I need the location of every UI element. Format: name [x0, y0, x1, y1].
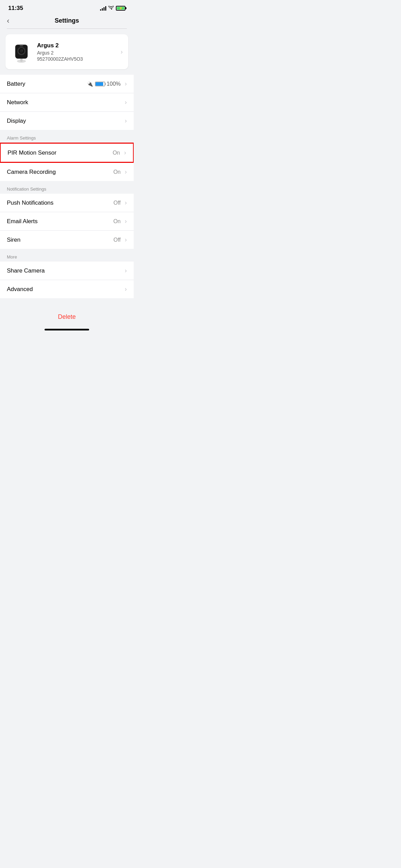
bottom-bar: Delete [0, 309, 134, 341]
more-section: More Share Camera › Advanced › [0, 254, 134, 298]
advanced-chevron-icon: › [125, 286, 127, 293]
notification-settings-label: Notification Settings [0, 186, 134, 194]
basic-settings-group: Battery 🔌 100% › Network › Display [0, 75, 134, 130]
email-alerts-value: On [113, 218, 121, 225]
camera-recording-value: On [113, 169, 121, 175]
more-settings-group: Share Camera › Advanced › [0, 262, 134, 298]
status-bar: 11:35 ⚡ [0, 0, 134, 14]
status-time: 11:35 [8, 5, 23, 12]
siren-label: Siren [7, 237, 21, 243]
advanced-row[interactable]: Advanced › [0, 280, 134, 298]
device-card[interactable]: Argus 2 Argus 2 952700002ZAHV5O3 › [5, 34, 128, 69]
svg-rect-7 [20, 45, 23, 46]
battery-row[interactable]: Battery 🔌 100% › [0, 75, 134, 93]
notification-settings-group: Push Notifications Off › Email Alerts On… [0, 194, 134, 249]
pir-label: PIR Motion Sensor [8, 149, 57, 156]
network-chevron-icon: › [125, 99, 127, 106]
alarm-settings-section: Alarm Settings PIR Motion Sensor On › Ca… [0, 135, 134, 181]
siren-value: Off [113, 237, 121, 243]
advanced-right: › [122, 286, 127, 293]
share-camera-row[interactable]: Share Camera › [0, 262, 134, 280]
email-alerts-label: Email Alerts [7, 218, 38, 225]
alarm-settings-label: Alarm Settings [0, 135, 134, 143]
basic-settings-section: Battery 🔌 100% › Network › Display [0, 75, 134, 130]
push-notifications-chevron-icon: › [125, 199, 127, 206]
device-chevron-icon: › [121, 48, 123, 56]
svg-point-5 [19, 49, 23, 53]
device-serial: 952700002ZAHV5O3 [37, 56, 118, 62]
battery-percent: 100% [107, 81, 121, 87]
display-row[interactable]: Display › [0, 112, 134, 130]
siren-right: Off › [113, 236, 127, 243]
more-label: More [0, 254, 134, 262]
delete-button[interactable]: Delete [58, 309, 76, 325]
network-label: Network [7, 99, 28, 106]
device-name: Argus 2 [37, 42, 118, 49]
device-model: Argus 2 [37, 50, 118, 56]
page-title: Settings [54, 17, 79, 24]
push-notifications-row[interactable]: Push Notifications Off › [0, 194, 134, 212]
camera-recording-right: On › [113, 168, 127, 176]
pir-chevron-icon: › [124, 149, 126, 156]
advanced-label: Advanced [7, 286, 33, 293]
alarm-settings-group: PIR Motion Sensor On › Camera Recording … [0, 143, 134, 181]
camera-recording-chevron-icon: › [125, 168, 127, 176]
network-row[interactable]: Network › [0, 93, 134, 112]
battery-bar-icon [95, 82, 105, 86]
plug-icon: 🔌 [87, 81, 93, 87]
network-right: › [122, 99, 127, 106]
share-camera-label: Share Camera [7, 267, 45, 274]
share-camera-chevron-icon: › [125, 267, 127, 274]
display-label: Display [7, 118, 26, 124]
email-alerts-right: On › [113, 218, 127, 225]
battery-indicator: 🔌 [87, 81, 105, 87]
pir-right: On › [113, 149, 126, 156]
camera-recording-row[interactable]: Camera Recording On › [0, 163, 134, 181]
email-alerts-chevron-icon: › [125, 218, 127, 225]
siren-chevron-icon: › [125, 236, 127, 243]
signal-bars-icon [100, 6, 106, 11]
push-notifications-label: Push Notifications [7, 200, 53, 206]
push-notifications-right: Off › [113, 199, 127, 206]
back-button[interactable]: ‹ [7, 16, 9, 25]
pir-value: On [113, 150, 120, 156]
push-notifications-value: Off [113, 200, 121, 206]
wifi-icon [108, 5, 114, 11]
share-camera-right: › [122, 267, 127, 274]
device-info: Argus 2 Argus 2 952700002ZAHV5O3 [37, 42, 118, 62]
svg-point-6 [21, 49, 23, 51]
battery-label: Battery [7, 81, 25, 87]
notification-settings-section: Notification Settings Push Notifications… [0, 186, 134, 249]
display-chevron-icon: › [125, 117, 127, 124]
pir-motion-sensor-row[interactable]: PIR Motion Sensor On › [0, 143, 134, 163]
battery-status-icon: ⚡ [116, 6, 125, 11]
nav-bar: ‹ Settings [0, 14, 134, 28]
device-image [11, 40, 32, 64]
siren-row[interactable]: Siren Off › [0, 231, 134, 249]
email-alerts-row[interactable]: Email Alerts On › [0, 212, 134, 231]
battery-right: 🔌 100% › [87, 80, 127, 87]
status-icons: ⚡ [100, 5, 125, 11]
camera-recording-label: Camera Recording [7, 169, 56, 176]
display-right: › [122, 117, 127, 124]
battery-chevron-icon: › [125, 80, 127, 87]
home-indicator [45, 329, 89, 330]
